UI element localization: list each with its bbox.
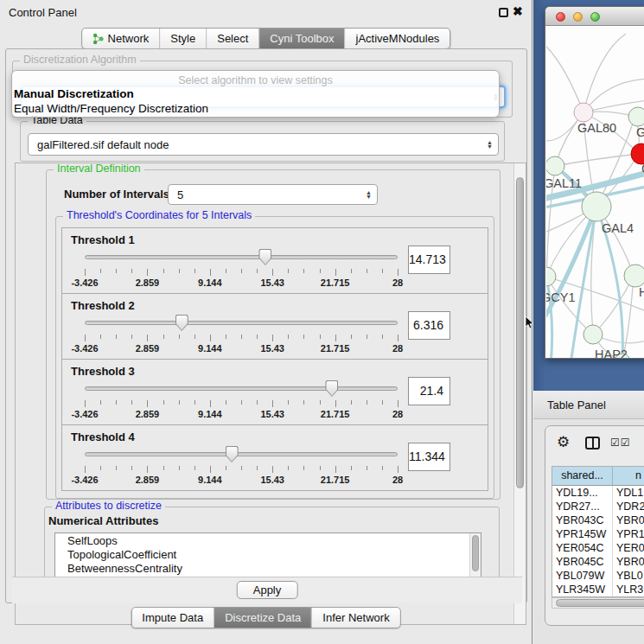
slider-tick	[194, 400, 195, 405]
attribute-item[interactable]: BetweennessCentrality	[55, 561, 481, 575]
gear-icon[interactable]: ⚙	[557, 433, 570, 451]
column-header-shared-name[interactable]: shared...	[552, 467, 613, 485]
slider-tick-label: -3.426	[71, 277, 98, 288]
slider-track[interactable]	[85, 255, 398, 259]
slider-track[interactable]	[85, 386, 398, 391]
slider-tick	[367, 335, 367, 339]
attributes-scrollbar-thumb[interactable]	[472, 535, 479, 571]
slider-thumb[interactable]	[325, 380, 338, 397]
bottom-tab-infer-network[interactable]: Infer Network	[311, 608, 399, 628]
attribute-item[interactable]: SelfLoops	[55, 533, 481, 547]
network-node-gcy1[interactable]	[546, 267, 556, 286]
mac-close-icon[interactable]	[556, 12, 565, 22]
apply-button[interactable]: Apply	[237, 581, 298, 599]
slider-tick	[210, 466, 211, 473]
node-table[interactable]: shared... n YDL19...YDL1YDR27...YDR2YBR0…	[552, 466, 644, 597]
slider-tick	[194, 335, 195, 339]
tab-network[interactable]: Network	[82, 29, 160, 48]
slider-tick	[257, 400, 258, 405]
network-node-gal4[interactable]	[582, 192, 611, 221]
threshold-value-field[interactable]: 21.4	[408, 377, 450, 405]
select-columns-checkboxes-icon[interactable]: ☑☑	[610, 437, 631, 449]
slider-tick	[257, 269, 258, 273]
network-node-gal80[interactable]	[574, 103, 593, 122]
application-window: Control Panel ✖ NetworkStyleSelectCyni T…	[0, 0, 644, 644]
mac-zoom-icon[interactable]	[590, 12, 600, 22]
slider-tick	[226, 269, 226, 273]
mac-minimize-icon[interactable]	[573, 12, 583, 22]
threshold-value-field[interactable]: 6.316	[408, 311, 450, 340]
tab-style[interactable]: Style	[159, 29, 206, 48]
slider-tick	[351, 269, 352, 273]
slider-tick	[257, 466, 258, 470]
network-edge[interactable]	[622, 276, 634, 359]
network-edge-highlighted[interactable]	[546, 207, 596, 325]
slider-track[interactable]	[85, 452, 398, 456]
algorithm-option-equal-width[interactable]: Equal Width/Frequency Discretization	[14, 102, 208, 115]
slider-thumb[interactable]	[175, 315, 188, 331]
threshold-slider[interactable]: -3.4262.8599.14415.4321.71528	[85, 380, 398, 420]
table-row[interactable]: YBR043CYBR0	[552, 513, 644, 527]
combo-arrows-icon: ▲▼	[366, 190, 372, 199]
tab-jactivemnodules[interactable]: jActiveMNodules	[345, 29, 450, 48]
settings-scrollbar-thumb[interactable]	[516, 177, 524, 488]
table-row[interactable]: YDL19...YDL1	[552, 486, 644, 500]
threshold-value-field[interactable]: 14.713	[408, 245, 450, 274]
table-hscrollbar-thumb[interactable]	[556, 599, 644, 607]
threshold-slider[interactable]: -3.4262.8599.14415.4321.71528	[85, 315, 398, 354]
network-edge-highlighted[interactable]	[546, 277, 552, 359]
column-header-name[interactable]: n	[613, 467, 641, 485]
attribute-item[interactable]: TopologicalCoefficient	[55, 547, 481, 561]
slider-tick-label: 15.43	[260, 409, 284, 419]
table-data-combobox[interactable]: galFiltered.sif default node ▲▼	[28, 133, 499, 156]
table-panel: Table Panel ⚙ ☑☑ shared... n YDL19...YDL…	[533, 391, 644, 644]
combo-arrows-icon: ▲▼	[487, 140, 493, 149]
network-canvas[interactable]: GAL80GACGAL11GAL4GCY1HHAP2	[546, 27, 644, 359]
bottom-tab-discretize-data[interactable]: Discretize Data	[214, 608, 311, 628]
table-row[interactable]: YLR345WYLR3	[552, 583, 644, 596]
threshold-slider[interactable]: -3.4262.8599.14415.4321.71528	[85, 249, 398, 289]
network-node-h[interactable]	[624, 265, 644, 287]
close-icon[interactable]: ✖	[513, 4, 523, 18]
table-horizontal-scrollbar[interactable]	[552, 597, 644, 609]
threshold-slider[interactable]: -3.4262.8599.14415.4321.71528	[85, 446, 398, 486]
float-window-icon[interactable]	[499, 8, 508, 17]
slider-tick	[335, 466, 336, 473]
slider-tick	[100, 466, 101, 470]
bottom-tab-impute-data[interactable]: Impute Data	[131, 608, 214, 628]
slider-tick	[131, 335, 132, 339]
slider-tick-label: 28	[392, 475, 403, 485]
slider-tick	[241, 466, 242, 470]
tab-cyni-toolbox[interactable]: Cyni Toolbox	[258, 29, 344, 48]
slider-tick	[351, 335, 352, 339]
table-row[interactable]: YER054CYER0	[552, 541, 644, 555]
table-row[interactable]: YBL079WYBL0	[552, 569, 644, 583]
network-node-hap2[interactable]	[583, 325, 603, 344]
network-edge[interactable]	[583, 34, 626, 112]
slider-tick	[85, 400, 86, 407]
slider-thumb[interactable]	[226, 446, 239, 462]
network-node-gal11[interactable]	[546, 156, 564, 175]
table-row[interactable]: YPR145WYPR1	[552, 527, 644, 541]
algorithm-option-manual[interactable]: Manual Discretization	[14, 87, 134, 100]
num-intervals-combobox[interactable]: 5 ▲▼	[168, 184, 378, 205]
slider-tick-label: 28	[392, 343, 403, 354]
slider-tick-label: 2.859	[136, 343, 160, 354]
table-row[interactable]: YBR045CYBR0	[552, 555, 644, 569]
slider-thumb[interactable]	[258, 249, 271, 265]
cell-shared-name: YDR27...	[552, 500, 613, 513]
threshold-value-field[interactable]: 11.344	[408, 443, 450, 471]
num-intervals-label: Number of Intervals	[64, 188, 169, 201]
network-node-ga[interactable]	[628, 107, 644, 126]
table-row[interactable]: YDR27...YDR2	[552, 500, 644, 513]
tab-select[interactable]: Select	[206, 29, 258, 48]
settings-vertical-scrollbar[interactable]	[513, 163, 526, 624]
slider-tick	[226, 466, 226, 470]
network-edge[interactable]	[555, 154, 639, 166]
network-edge[interactable]	[546, 42, 583, 112]
slider-track[interactable]	[85, 321, 398, 325]
table-data-value: galFiltered.sif default node	[37, 138, 169, 151]
columns-icon[interactable]	[585, 437, 600, 450]
tab-label: jActiveMNodules	[356, 32, 440, 45]
network-edge[interactable]	[593, 276, 634, 335]
